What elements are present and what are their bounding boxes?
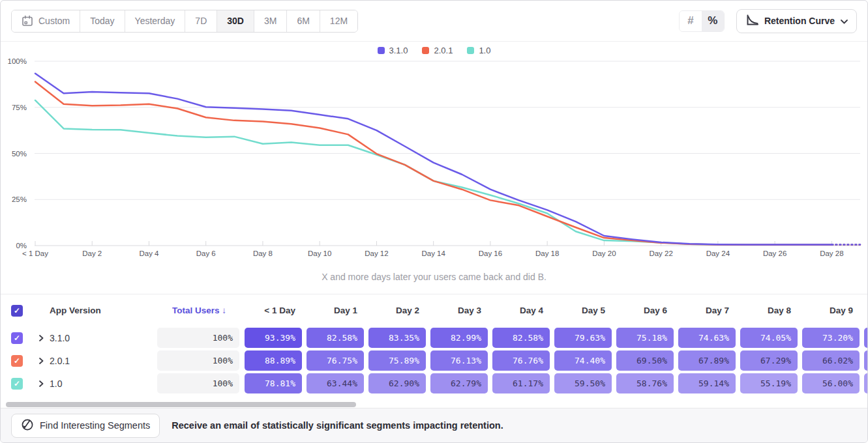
chart-type-dropdown[interactable]: Retention Curve [736, 9, 857, 33]
horizontal-scrollbar-thumb[interactable] [6, 402, 356, 407]
percent-mode-button[interactable]: % [702, 11, 724, 31]
range-button-7d[interactable]: 7D [185, 10, 217, 32]
chart-caption: X and more days later your users came ba… [1, 263, 867, 294]
table-header-row: ✓ App Version Total Users ↓ < 1 DayDay 1… [1, 294, 867, 326]
retention-value-cell[interactable]: 93.39% [245, 328, 302, 348]
row-checkbox[interactable]: ✓ [11, 332, 23, 344]
y-axis-label: 75% [12, 104, 27, 111]
x-axis-label: Day 16 [479, 250, 502, 257]
sort-descending-icon: ↓ [222, 306, 226, 315]
day-column-header[interactable]: Day 7 [678, 306, 736, 315]
row-checkbox[interactable]: ✓ [11, 378, 23, 390]
toolbar: CustomTodayYesterday7D30D3M6M12M # % Ret… [1, 1, 867, 42]
retention-value-cell[interactable]: 58.76% [616, 373, 674, 393]
retention-value-cell[interactable]: 67.89% [678, 350, 736, 371]
retention-value-cell[interactable]: 62.90% [368, 373, 426, 393]
day-column-header[interactable]: Day 8 [740, 306, 798, 315]
retention-value-cell[interactable]: 75.89% [368, 350, 426, 371]
retention-value-cell[interactable]: 59.14% [678, 373, 736, 393]
range-button-yesterday[interactable]: Yesterday [125, 10, 185, 32]
select-all-checkbox[interactable]: ✓ [11, 305, 23, 317]
y-axis-label: 50% [12, 150, 27, 158]
x-axis-label: Day 28 [820, 250, 843, 257]
total-users-cell[interactable]: 100% [157, 328, 239, 348]
absolute-mode-button[interactable]: # [680, 11, 702, 31]
retention-value-cell[interactable]: 69.50% [616, 350, 674, 371]
retention-value-cell-partial [864, 350, 868, 371]
day-column-header[interactable]: Day 4 [492, 306, 550, 315]
x-axis-label: Day 10 [308, 250, 331, 257]
day-column-header[interactable]: Day 6 [616, 306, 674, 315]
legend-item[interactable]: 3.1.0 [378, 46, 408, 55]
retention-value-cell[interactable]: 82.99% [430, 328, 488, 348]
legend-label: 2.0.1 [434, 46, 453, 55]
day-column-header[interactable]: < 1 Day [245, 306, 302, 315]
retention-curve-chart: 0%25%50%75%100%< 1 DayDay 2Day 4Day 6Day… [1, 57, 868, 260]
toolbar-right: # % Retention Curve [679, 9, 857, 33]
retention-value-cell-partial [864, 328, 868, 348]
select-all-cell: ✓ [1, 305, 29, 317]
retention-value-cell[interactable]: 79.63% [554, 328, 612, 348]
range-button-custom[interactable]: Custom [12, 10, 80, 32]
retention-value-cell[interactable]: 59.50% [554, 373, 612, 393]
retention-value-cell[interactable]: 75.18% [616, 328, 674, 348]
expand-row-icon[interactable] [38, 358, 50, 364]
legend-swatch [467, 47, 474, 54]
retention-value-cell[interactable]: 88.89% [245, 350, 302, 371]
retention-value-cell[interactable]: 63.44% [307, 373, 364, 393]
retention-value-cell[interactable]: 67.29% [740, 350, 798, 371]
day-column-header[interactable]: Day 3 [430, 306, 488, 315]
day-column-header[interactable]: Day 2 [368, 306, 426, 315]
range-button-30d[interactable]: 30D [217, 10, 254, 32]
date-range-group: CustomTodayYesterday7D30D3M6M12M [11, 10, 358, 33]
table-row: ✓3.1.0100%93.39%82.58%83.35%82.99%82.58%… [1, 326, 867, 349]
total-users-header[interactable]: Total Users ↓ [157, 306, 239, 315]
calendar-icon [22, 15, 33, 27]
retention-value-cell[interactable]: 61.17% [492, 373, 550, 393]
find-interesting-segments-button[interactable]: Find Interesting Segments [11, 414, 160, 438]
range-button-3m[interactable]: 3M [254, 10, 286, 32]
expand-row-icon[interactable] [38, 380, 50, 387]
x-axis-label: Day 12 [365, 250, 388, 257]
day-column-header[interactable]: Day 9 [802, 306, 860, 315]
x-axis-label: Day 8 [253, 250, 273, 257]
retention-value-cell[interactable]: 73.20% [802, 328, 860, 348]
retention-value-cell[interactable]: 66.02% [802, 350, 860, 371]
legend-label: 1.0 [479, 46, 490, 55]
retention-value-cell[interactable]: 82.58% [492, 328, 550, 348]
retention-value-cell[interactable]: 74.05% [740, 328, 798, 348]
day-column-header[interactable]: Day 1 [307, 306, 364, 315]
retention-value-cell[interactable]: 62.79% [430, 373, 488, 393]
range-button-12m[interactable]: 12M [320, 10, 357, 32]
x-axis-label: < 1 Day [22, 250, 48, 257]
retention-value-cell[interactable]: 76.76% [492, 350, 550, 371]
retention-value-cell[interactable]: 74.40% [554, 350, 612, 371]
app-version-header: App Version [29, 306, 157, 315]
retention-value-cell[interactable]: 56.00% [802, 373, 860, 393]
retention-value-cell[interactable]: 76.13% [430, 350, 488, 371]
retention-value-cell[interactable]: 55.19% [740, 373, 798, 393]
range-button-today[interactable]: Today [80, 10, 124, 32]
footer-message: Receive an email of statistically signif… [172, 420, 503, 431]
legend-item[interactable]: 1.0 [467, 46, 490, 55]
x-axis-label: Day 20 [592, 250, 616, 257]
series-line-3.1.0[interactable] [35, 74, 831, 245]
legend-item[interactable]: 2.0.1 [422, 46, 453, 55]
retention-value-cell[interactable]: 83.35% [368, 328, 426, 348]
series-line-1.0[interactable] [35, 100, 831, 245]
horizontal-scrollbar [6, 402, 862, 408]
retention-value-cell[interactable]: 74.63% [678, 328, 736, 348]
range-button-6m[interactable]: 6M [286, 10, 319, 32]
row-checkbox[interactable]: ✓ [11, 355, 23, 367]
retention-value-cell[interactable]: 82.58% [307, 328, 364, 348]
retention-value-cell[interactable]: 78.81% [245, 373, 302, 393]
y-axis-label: 100% [8, 57, 27, 65]
expand-row-icon[interactable] [38, 335, 50, 341]
retention-value-cell[interactable]: 76.75% [307, 350, 364, 371]
retention-value-cell-partial [864, 373, 868, 393]
legend-swatch [422, 47, 429, 54]
total-users-cell[interactable]: 100% [157, 350, 239, 371]
day-column-header[interactable]: Day 5 [554, 306, 612, 315]
total-users-cell[interactable]: 100% [157, 373, 239, 393]
x-axis-label: Day 24 [706, 250, 730, 257]
